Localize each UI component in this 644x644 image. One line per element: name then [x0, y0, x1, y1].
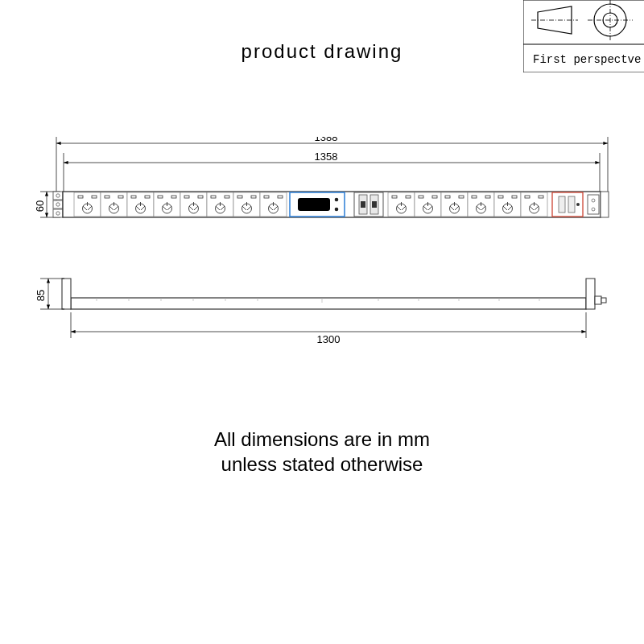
- mount-bracket-right: [588, 192, 609, 217]
- svg-point-44: [576, 203, 580, 206]
- pdu-body-top: [62, 279, 606, 309]
- dim-overall-length: 1388: [315, 137, 338, 143]
- dim-inner-length: 1358: [315, 151, 338, 163]
- units-note-line2: unless stated otherwise: [221, 453, 423, 475]
- mount-bracket-left: [53, 192, 63, 217]
- svg-rect-36: [354, 192, 383, 217]
- units-note: All dimensions are in mm unless stated o…: [0, 427, 644, 477]
- title-text: product drawing: [242, 40, 403, 62]
- svg-rect-43: [568, 196, 575, 213]
- dim-height-side: 85: [35, 290, 47, 301]
- svg-rect-28: [53, 209, 63, 217]
- svg-rect-42: [559, 196, 565, 213]
- surge-module: [552, 192, 583, 217]
- dim-height-front: 60: [34, 200, 46, 212]
- svg-point-35: [335, 208, 339, 212]
- svg-rect-40: [372, 201, 377, 208]
- outlet-bank-right: [388, 192, 547, 217]
- svg-rect-46: [588, 195, 599, 214]
- outlet-bank-left: [74, 192, 287, 217]
- svg-marker-63: [586, 279, 595, 309]
- svg-rect-39: [361, 201, 365, 208]
- projection-label-text: First perspectve: [533, 53, 641, 66]
- svg-marker-62: [62, 279, 71, 309]
- dim-mount-length: 1300: [317, 333, 341, 345]
- svg-rect-26: [53, 192, 63, 200]
- breaker-module: [354, 192, 383, 217]
- svg-rect-64: [595, 296, 601, 304]
- projection-symbol-box: First perspectve: [523, 0, 644, 72]
- technical-drawing: 1388 1358 60: [0, 137, 644, 402]
- svg-point-34: [335, 198, 339, 202]
- svg-rect-65: [601, 298, 606, 303]
- svg-rect-33: [298, 198, 330, 211]
- display-module: [290, 192, 345, 217]
- svg-rect-45: [601, 192, 609, 217]
- units-note-line1: All dimensions are in mm: [214, 428, 430, 450]
- svg-rect-49: [71, 298, 586, 309]
- svg-rect-27: [53, 200, 63, 208]
